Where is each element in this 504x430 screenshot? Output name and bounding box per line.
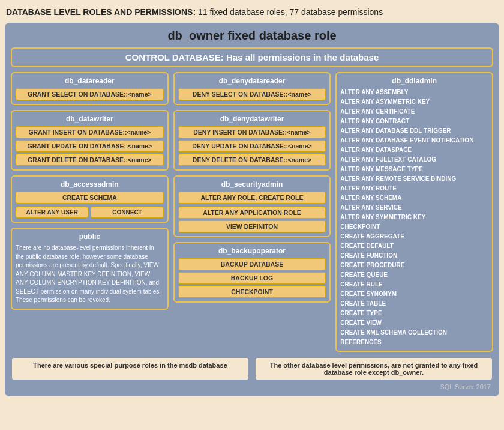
sql-version: SQL Server 2017 (11, 383, 493, 390)
ddladmin-perm-0: ALTER ANY ASSEMBLY (340, 88, 488, 97)
perm-alter-any-user: ALTER ANY USER (16, 207, 88, 218)
ddladmin-perm-20: CREATE RULE (340, 280, 488, 289)
ddladmin-perm-3: ALTER ANY CONTRACT (340, 117, 488, 126)
ddladmin-perm-15: CREATE AGGREGATE (340, 232, 488, 241)
outer-container: db_owner fixed database role CONTROL DAT… (5, 23, 499, 396)
ddladmin-perm-11: ALTER ANY SCHEMA (340, 193, 488, 203)
col-left: db_datareader GRANT SELECT ON DATABASE::… (11, 72, 169, 352)
create-schema-perm: CREATE SCHEMA (16, 192, 164, 204)
db-datawriter-title: db_datawriter (16, 115, 164, 123)
control-banner: CONTROL DATABASE: Has all permissions in… (11, 47, 493, 67)
public-text: There are no database-level permissions … (16, 244, 164, 305)
db-securityadmin-title: db_securityadmin (178, 180, 326, 189)
ddladmin-perm-21: CREATE SYNONYM (340, 289, 488, 299)
db-denydatawriter-title: db_denydatawriter (178, 115, 326, 123)
db-accessadmin-title: db_accessadmin (16, 180, 164, 189)
perm-alter-app-role: ALTER ANY APPLICATION ROLE (178, 207, 326, 219)
title-normal: 11 fixed database roles, 77 database per… (196, 7, 383, 17)
page-title: DATABASE LEVEL ROLES AND PERMISSIONS: 11… (5, 5, 499, 19)
ddladmin-perm-2: ALTER ANY CERTIFICATE (340, 107, 488, 117)
ddladmin-perm-1: ALTER ANY ASYMMETRIC KEY (340, 97, 488, 107)
db-backupoperator-box: db_backupoperator BACKUP DATABASE BACKUP… (173, 242, 331, 303)
perm-grant-delete: GRANT DELETE ON DATABASE::<name> (16, 154, 164, 166)
ddladmin-perm-22: CREATE TABLE (340, 299, 488, 309)
ddladmin-perm-4: ALTER ANY DATABASE DDL TRIGGER (340, 126, 488, 136)
perm-connect: CONNECT (91, 207, 163, 218)
perm-grant-update: GRANT UPDATE ON DATABASE::<name> (16, 140, 164, 152)
ddladmin-perm-12: ALTER ANY SERVICE (340, 203, 488, 213)
ddladmin-perm-17: CREATE FUNCTION (340, 251, 488, 261)
ddladmin-perm-9: ALTER ANY REMOTE SERVICE BINDING (340, 174, 488, 184)
perm-checkpoint: CHECKPOINT (178, 286, 326, 298)
ddladmin-perm-26: REFERENCES (340, 338, 488, 347)
db-owner-title: db_owner fixed database role (11, 29, 493, 43)
ddladmin-perm-24: CREATE VIEW (340, 318, 488, 328)
db-datawriter-box: db_datawriter GRANT INSERT ON DATABASE::… (11, 110, 169, 171)
col-right: db_ddladmin ALTER ANY ASSEMBLY ALTER ANY… (335, 72, 493, 352)
db-backupoperator-title: db_backupoperator (178, 247, 326, 255)
perm-alter-any-role: ALTER ANY ROLE, CREATE ROLE (178, 192, 326, 204)
note-other-perms: The other database level permissions, ar… (254, 357, 493, 381)
db-denydatawriter-box: db_denydatawriter DENY INSERT ON DATABAS… (173, 110, 331, 171)
ddladmin-perm-7: ALTER ANY FULLTEXT CATALOG (340, 155, 488, 165)
ddladmin-perm-5: ALTER ANY DATABASE EVENT NOTIFICATION (340, 136, 488, 145)
perm-deny-delete: DENY DELETE ON DATABASE::<name> (178, 154, 326, 166)
ddladmin-perm-23: CREATE TYPE (340, 309, 488, 318)
ddladmin-perm-6: ALTER ANY DATASPACE (340, 145, 488, 155)
public-box: public There are no database-level permi… (11, 228, 169, 310)
public-title: public (16, 232, 164, 241)
ddladmin-perm-13: ALTER ANY SYMMETRIC KEY (340, 213, 488, 222)
perm-backup-log: BACKUP LOG (178, 272, 326, 284)
perm-deny-insert: DENY INSERT ON DATABASE::<name> (178, 126, 326, 138)
db-securityadmin-box: db_securityadmin ALTER ANY ROLE, CREATE … (173, 175, 331, 237)
note-msdb: There are various special purpose roles … (11, 357, 250, 381)
bottom-notes: There are various special purpose roles … (11, 357, 493, 381)
db-accessadmin-box: db_accessadmin CREATE SCHEMA ALTER ANY U… (11, 175, 169, 223)
perm-deny-update: DENY UPDATE ON DATABASE::<name> (178, 140, 326, 152)
title-bold: DATABASE LEVEL ROLES AND PERMISSIONS: (6, 7, 196, 17)
col-mid: db_denydatareader DENY SELECT ON DATABAS… (173, 72, 331, 352)
ddladmin-perm-16: CREATE DEFAULT (340, 241, 488, 251)
perm-view-def: VIEW DEFINITON (178, 220, 326, 232)
db-datareader-title: db_datareader (16, 77, 164, 85)
ddladmin-perm-14: CHECKPOINT (340, 222, 488, 232)
accessadmin-perms: ALTER ANY USER CONNECT (16, 207, 164, 218)
ddladmin-perm-18: CREATE PROCEDURE (340, 261, 488, 270)
db-denydatareader-box: db_denydatareader DENY SELECT ON DATABAS… (173, 72, 331, 105)
ddladmin-perm-8: ALTER ANY MESSAGE TYPE (340, 165, 488, 174)
perm-grant-insert: GRANT INSERT ON DATABASE::<name> (16, 126, 164, 138)
perm-grant-select: GRANT SELECT ON DATABASE::<name> (16, 88, 164, 100)
db-ddladmin-title: db_ddladmin (340, 77, 488, 85)
perm-backup-db: BACKUP DATABASE (178, 258, 326, 270)
db-datareader-box: db_datareader GRANT SELECT ON DATABASE::… (11, 72, 169, 105)
main-grid: db_datareader GRANT SELECT ON DATABASE::… (11, 72, 493, 352)
db-ddladmin-box: db_ddladmin ALTER ANY ASSEMBLY ALTER ANY… (335, 72, 493, 352)
ddladmin-perm-19: CREATE QUEUE (340, 270, 488, 280)
db-denydatareader-title: db_denydatareader (178, 77, 326, 85)
perm-deny-select: DENY SELECT ON DATABASE::<name> (178, 88, 326, 100)
ddladmin-perm-10: ALTER ANY ROUTE (340, 184, 488, 193)
ddladmin-perm-25: CREATE XML SCHEMA COLLECTION (340, 328, 488, 338)
